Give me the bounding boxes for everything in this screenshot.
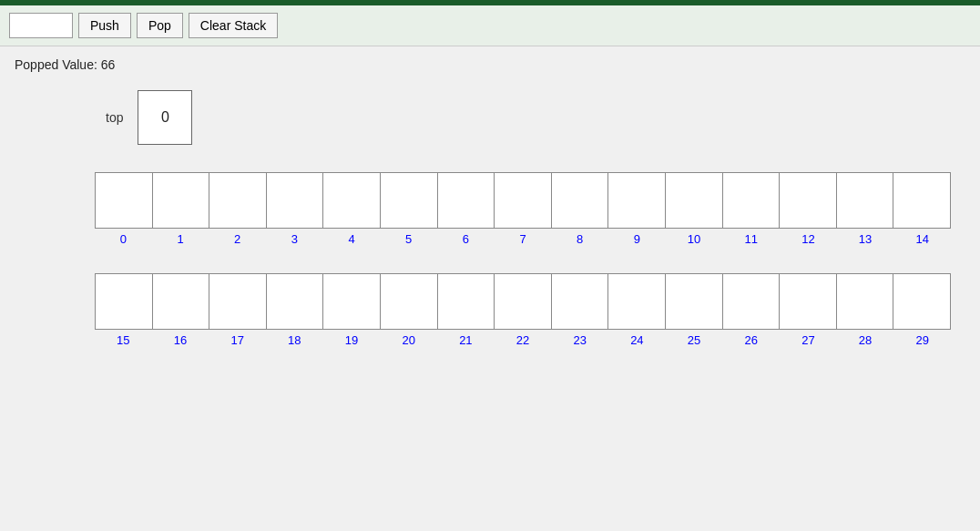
array-cell	[666, 274, 723, 329]
array-cell	[96, 274, 153, 329]
array-section-2: 151617181920212223242526272829	[15, 273, 965, 347]
array-cell	[153, 173, 210, 228]
array-cell	[723, 274, 781, 329]
index-label: 21	[437, 333, 495, 347]
array-cell	[438, 173, 495, 228]
main-content: Popped Value: 66 top 0 01234567891011121…	[0, 46, 980, 531]
array-cell	[780, 173, 837, 228]
array-cell	[495, 274, 552, 329]
index-label: 22	[495, 333, 552, 347]
array-row-2	[95, 273, 951, 330]
array-cell	[893, 173, 950, 228]
index-label: 7	[495, 232, 552, 246]
array-cell	[96, 173, 153, 228]
index-label: 19	[323, 333, 381, 347]
index-label: 0	[95, 232, 152, 246]
top-element-area: top 0	[106, 90, 965, 145]
array-cell	[438, 274, 495, 329]
index-label: 27	[780, 333, 837, 347]
index-label: 8	[551, 232, 608, 246]
index-label: 6	[437, 232, 495, 246]
index-row-2: 151617181920212223242526272829	[95, 333, 951, 347]
index-label: 26	[722, 333, 780, 347]
index-label: 10	[666, 232, 723, 246]
array-cell	[381, 173, 438, 228]
index-row-1: 01234567891011121314	[95, 232, 951, 246]
top-box: 0	[138, 90, 192, 145]
index-label: 20	[380, 333, 437, 347]
array-cell	[323, 274, 381, 329]
pop-button[interactable]: Pop	[137, 13, 183, 38]
array-cell	[267, 274, 324, 329]
index-label: 18	[266, 333, 323, 347]
array-cell	[893, 274, 950, 329]
push-button[interactable]: Push	[78, 13, 131, 38]
array-cell	[267, 173, 324, 228]
array-cell	[209, 173, 267, 228]
index-label: 16	[152, 333, 209, 347]
index-label: 1	[152, 232, 209, 246]
array-cell	[780, 274, 837, 329]
index-label: 12	[780, 232, 837, 246]
popped-value: Popped Value: 66	[15, 57, 965, 72]
array-cell	[323, 173, 381, 228]
index-label: 3	[266, 232, 323, 246]
index-label: 17	[209, 333, 266, 347]
array-row-1	[95, 172, 951, 229]
array-cell	[552, 173, 609, 228]
array-cell	[837, 274, 894, 329]
array-cell	[723, 173, 781, 228]
push-input[interactable]	[9, 13, 73, 38]
array-cell	[381, 274, 438, 329]
index-label: 23	[551, 333, 608, 347]
index-label: 4	[323, 232, 381, 246]
index-label: 14	[893, 232, 951, 246]
index-label: 15	[95, 333, 152, 347]
array-cell	[209, 274, 267, 329]
array-cell	[608, 173, 666, 228]
index-label: 29	[893, 333, 951, 347]
array-cell	[608, 274, 666, 329]
index-label: 13	[837, 232, 894, 246]
array-cell	[666, 173, 723, 228]
array-section-1: 01234567891011121314	[15, 172, 965, 246]
index-label: 5	[380, 232, 437, 246]
array-cell	[552, 274, 609, 329]
clear-stack-button[interactable]: Clear Stack	[189, 13, 278, 38]
index-label: 11	[722, 232, 780, 246]
index-label: 2	[209, 232, 266, 246]
array-cell	[153, 274, 210, 329]
array-cell	[837, 173, 894, 228]
index-label: 24	[608, 333, 666, 347]
index-label: 25	[666, 333, 723, 347]
top-label: top	[106, 110, 123, 125]
index-label: 9	[608, 232, 666, 246]
toolbar: Push Pop Clear Stack	[0, 5, 980, 46]
array-cell	[495, 173, 552, 228]
top-value: 0	[161, 109, 169, 126]
index-label: 28	[837, 333, 894, 347]
